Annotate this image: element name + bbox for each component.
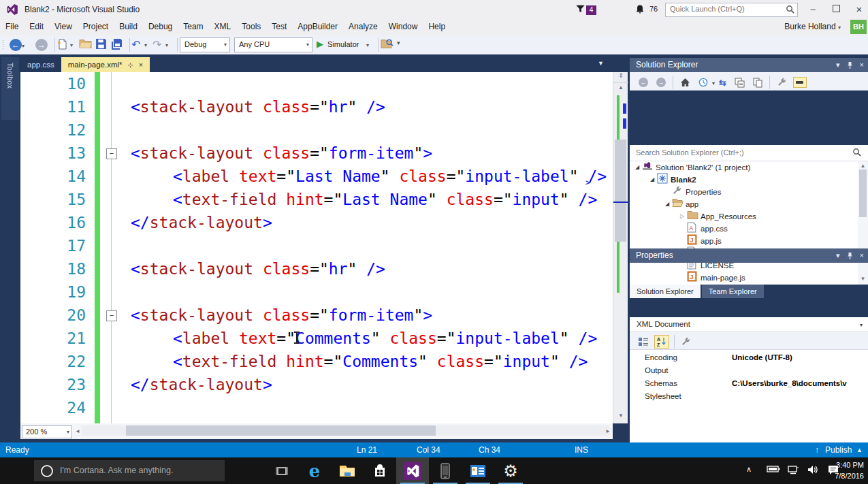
- maximize-button[interactable]: [825, 0, 847, 19]
- taskbar-visual-studio-button[interactable]: [396, 457, 429, 484]
- publish-up-icon[interactable]: ↑: [815, 445, 819, 455]
- pin-icon[interactable]: [846, 61, 854, 69]
- taskbar-store-button[interactable]: [364, 457, 396, 484]
- copy-page-icon[interactable]: [752, 77, 764, 88]
- chevron-down-icon[interactable]: ▾: [165, 42, 168, 48]
- tree-item-properties[interactable]: Properties: [630, 186, 868, 198]
- property-value[interactable]: Unicode (UTF-8): [732, 351, 868, 364]
- menu-appbuilder[interactable]: AppBuilder: [292, 19, 343, 34]
- close-icon[interactable]: ×: [860, 251, 864, 259]
- bell-icon[interactable]: [635, 4, 645, 14]
- fold-collapse-box[interactable]: −: [106, 310, 117, 321]
- folder-search-icon[interactable]: [381, 38, 393, 49]
- sync-icon[interactable]: ⇆: [718, 77, 728, 88]
- editor-vertical-scrollbar[interactable]: ⇕ ▲ ▼: [613, 72, 628, 423]
- chevron-up-icon[interactable]: ▲: [856, 447, 863, 453]
- document-tab[interactable]: app.css: [20, 57, 61, 72]
- redo-icon[interactable]: ↷: [152, 38, 161, 52]
- menu-debug[interactable]: Debug: [143, 19, 178, 34]
- property-row[interactable]: SchemasC:\Users\burke_8\documents\v: [630, 377, 868, 390]
- categorized-icon[interactable]: [637, 336, 650, 348]
- menu-build[interactable]: Build: [114, 19, 143, 34]
- taskbar-document-app-button[interactable]: [462, 457, 494, 484]
- menu-file[interactable]: File: [0, 19, 24, 34]
- menu-analyze[interactable]: Analyze: [343, 19, 383, 34]
- new-file-icon[interactable]: [57, 38, 68, 50]
- menu-tools[interactable]: Tools: [236, 19, 266, 34]
- filter-icon[interactable]: [575, 4, 585, 14]
- platform-dropdown[interactable]: Any CPU▾: [234, 37, 312, 52]
- tree-item-main-page-js[interactable]: Jmain-page.js: [630, 272, 868, 284]
- menu-view[interactable]: View: [49, 19, 78, 34]
- taskbar-task-view-button[interactable]: [266, 457, 298, 484]
- chevron-up-icon[interactable]: ∧: [746, 465, 752, 474]
- wrench-icon[interactable]: [679, 336, 692, 347]
- scroll-left-icon[interactable]: ◄: [75, 428, 80, 434]
- debug-config-dropdown[interactable]: Debug▾: [180, 37, 230, 52]
- solution-tree-scrollbar[interactable]: ▲ ▼: [858, 161, 868, 285]
- expander-icon[interactable]: ◢: [647, 174, 657, 186]
- home-icon[interactable]: [679, 77, 692, 88]
- volume-icon[interactable]: [807, 465, 819, 474]
- tree-item-app-resources[interactable]: ▷App_Resources: [630, 210, 868, 223]
- open-folder-icon[interactable]: [79, 38, 92, 49]
- expander-icon[interactable]: ◢: [632, 161, 642, 174]
- property-value[interactable]: [732, 390, 868, 403]
- tree-item-solution-blank2-1-project-[interactable]: ◢Solution 'Blank2' (1 project): [630, 161, 868, 174]
- tree-item-blank2[interactable]: ◢Blank2: [630, 174, 868, 186]
- back-icon[interactable]: ←: [637, 77, 649, 88]
- pending-changes-clock-icon[interactable]: [697, 77, 709, 88]
- zoom-level-dropdown[interactable]: 200 %▾: [22, 425, 72, 438]
- scrollbar-thumb[interactable]: [859, 170, 867, 217]
- code-editor[interactable]: 10111213141516171819202122232425 <stack-…: [20, 72, 613, 423]
- expander-icon[interactable]: ▷: [677, 210, 687, 223]
- menu-team[interactable]: Team: [178, 19, 208, 34]
- run-target-label[interactable]: Simulator: [327, 40, 359, 48]
- menu-edit[interactable]: Edit: [24, 19, 49, 34]
- toolbar-overflow-icon[interactable]: ▾: [397, 39, 400, 46]
- expander-icon[interactable]: ◢: [662, 198, 672, 210]
- tree-item-app-js[interactable]: Japp.js: [630, 235, 868, 247]
- splitter-handle[interactable]: ⇕: [613, 72, 628, 83]
- properties-object-dropdown[interactable]: XML Document▾: [630, 317, 868, 332]
- solution-search-input[interactable]: Search Solution Explorer (Ctrl+;): [630, 145, 868, 161]
- network-icon[interactable]: [787, 465, 799, 474]
- tool-tab-team-explorer[interactable]: Team Explorer: [702, 285, 764, 298]
- pin-icon[interactable]: ⊹: [128, 61, 133, 69]
- avatar[interactable]: BH: [850, 20, 867, 34]
- preview-selected-icon[interactable]: [793, 77, 807, 88]
- wrench-icon[interactable]: [775, 77, 788, 88]
- property-row[interactable]: Stylesheet: [630, 390, 868, 403]
- property-value[interactable]: C:\Users\burke_8\documents\v: [732, 377, 868, 390]
- chevron-down-icon[interactable]: ▾: [712, 80, 715, 86]
- quick-launch-input[interactable]: Quick Launch (Ctrl+Q): [665, 3, 798, 17]
- undo-icon[interactable]: ↶: [131, 38, 140, 52]
- chevron-down-icon[interactable]: ▾: [70, 42, 73, 48]
- chevron-down-icon[interactable]: ▾: [144, 42, 147, 48]
- tree-item-app[interactable]: ◢app: [630, 198, 868, 210]
- tab-list-chevron-icon[interactable]: ▼: [598, 60, 604, 67]
- minimize-button[interactable]: –: [802, 0, 824, 19]
- chevron-down-icon[interactable]: ▾: [366, 42, 369, 48]
- property-value[interactable]: [732, 364, 868, 377]
- publish-button[interactable]: Publish: [825, 445, 852, 455]
- menu-xml[interactable]: XML: [209, 19, 237, 34]
- scroll-up-icon[interactable]: ▲: [858, 163, 868, 169]
- fold-collapse-box[interactable]: −: [106, 148, 117, 159]
- property-row[interactable]: Output: [630, 364, 868, 377]
- window-position-chevron-icon[interactable]: ▾: [836, 61, 840, 69]
- pin-icon[interactable]: [846, 252, 854, 260]
- taskbar-file-explorer-button[interactable]: [331, 457, 364, 484]
- scroll-right-icon[interactable]: ►: [605, 428, 611, 434]
- menu-window[interactable]: Window: [383, 19, 423, 34]
- cortana-search-input[interactable]: I'm Cortana. Ask me anything.: [34, 460, 225, 481]
- save-all-icon[interactable]: [111, 38, 123, 50]
- scroll-down-icon[interactable]: ▼: [613, 413, 628, 419]
- horizontal-scrollbar-thumb[interactable]: [126, 425, 436, 436]
- start-button[interactable]: [0, 457, 33, 484]
- tree-item-app-css[interactable]: Aapp.css: [630, 223, 868, 235]
- save-icon[interactable]: [95, 38, 107, 50]
- tool-tab-solution-explorer[interactable]: Solution Explorer: [630, 285, 701, 298]
- navigate-forward-icon[interactable]: →: [35, 39, 48, 51]
- property-row[interactable]: EncodingUnicode (UTF-8): [630, 351, 868, 364]
